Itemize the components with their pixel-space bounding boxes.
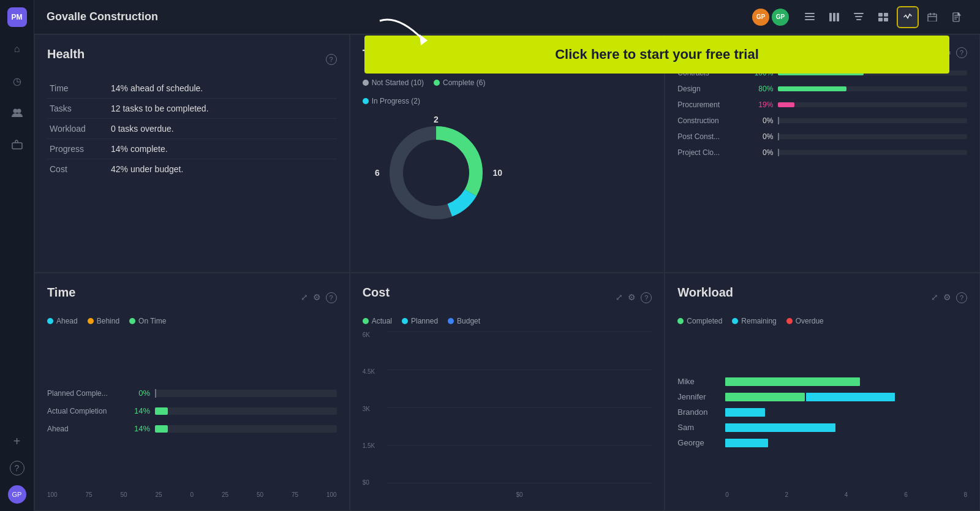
health-row: Tasks12 tasks to be completed. xyxy=(47,99,337,119)
avatar-1[interactable]: GP xyxy=(752,9,769,26)
tasks-legend-item: Not Started (10) xyxy=(363,78,424,87)
time-row-label: Actual Completion xyxy=(47,407,121,415)
wl-bars xyxy=(725,423,967,432)
svg-rect-6 xyxy=(829,13,832,21)
svg-rect-14 xyxy=(878,18,883,21)
health-help-icon[interactable]: ? xyxy=(326,54,337,65)
avatar-2[interactable]: GP xyxy=(772,9,789,26)
task-progress-bar-fill xyxy=(778,102,794,107)
task-progress-pct: 0% xyxy=(750,148,773,157)
health-row: Cost42% under budget. xyxy=(47,159,337,180)
toolbar xyxy=(799,6,968,28)
main-content: Govalle Construction GP GP xyxy=(34,0,980,511)
free-trial-banner[interactable]: Click here to start your free trial xyxy=(364,36,949,74)
sidebar-help[interactable]: ? xyxy=(10,461,24,475)
wl-axis-label: 0 xyxy=(725,491,729,498)
donut-label-top: 2 xyxy=(434,115,439,124)
donut-label-left: 6 xyxy=(375,168,380,178)
workload-expand-icon[interactable]: ⤢ xyxy=(931,292,938,303)
task-progress-row: Construction 0% xyxy=(677,116,967,125)
sidebar-item-home[interactable]: ⌂ xyxy=(7,39,27,59)
cost-help-icon[interactable]: ? xyxy=(641,292,652,303)
cost-y-label: $0 xyxy=(363,479,375,486)
header-avatars: GP GP xyxy=(752,9,789,26)
tasks-legend-item: In Progress (2) xyxy=(363,97,420,105)
time-legend-label: Behind xyxy=(97,317,119,325)
list-view-btn[interactable] xyxy=(799,6,821,28)
task-progress-row: Design 80% xyxy=(677,85,967,93)
wl-bars xyxy=(725,377,967,386)
time-axis-label: 25 xyxy=(156,491,162,498)
time-legend-item: Behind xyxy=(88,317,119,325)
task-progress-row: Post Const... 0% xyxy=(677,132,967,141)
app-logo[interactable]: PM xyxy=(7,7,27,27)
task-bar-tick xyxy=(778,117,779,124)
sidebar-item-briefcase[interactable] xyxy=(7,135,27,154)
tasks-donut: 2 6 10 xyxy=(381,118,491,228)
cost-x-label: $0 xyxy=(516,491,522,498)
task-progress-bar-container xyxy=(778,102,967,107)
cost-gear-icon[interactable]: ⚙ xyxy=(628,292,636,303)
task-progress-label: Design xyxy=(677,85,745,93)
wl-legend-label: Completed xyxy=(687,317,722,325)
table-view-btn[interactable] xyxy=(872,6,894,28)
tasks-panel-help[interactable]: ? xyxy=(956,47,967,58)
time-chart: Planned Comple... 0% Actual Completion 1… xyxy=(47,335,337,486)
wl-bar-remaining xyxy=(806,393,895,401)
wl-bars xyxy=(725,439,967,447)
task-progress-label: Project Clo... xyxy=(677,148,745,157)
wl-bar-remaining xyxy=(725,408,765,417)
health-label: Progress xyxy=(47,139,108,159)
workload-help-icon[interactable]: ? xyxy=(956,292,967,303)
time-expand-icon[interactable]: ⤢ xyxy=(301,292,308,303)
workload-icons: ⤢ ⚙ ? xyxy=(931,292,967,303)
health-value: 14% complete. xyxy=(108,139,337,159)
svg-rect-3 xyxy=(805,13,815,14)
task-bar-tick xyxy=(778,133,779,140)
wl-legend-item: Completed xyxy=(677,317,722,325)
cost-legend-item: Actual xyxy=(363,317,392,325)
sidebar-add[interactable]: + xyxy=(7,431,27,451)
time-axis-label: 75 xyxy=(86,491,92,498)
task-progress-pct: 19% xyxy=(750,100,773,109)
health-label: Workload xyxy=(47,119,108,139)
dashboard: Health ? Time14% ahead of schedule.Tasks… xyxy=(34,34,980,511)
sidebar-item-team[interactable] xyxy=(7,103,27,123)
time-row-label: Ahead xyxy=(47,425,121,433)
doc-view-btn[interactable] xyxy=(946,6,968,28)
time-gear-icon[interactable]: ⚙ xyxy=(313,292,321,303)
time-row-pct: 0% xyxy=(126,388,150,398)
align-view-btn[interactable] xyxy=(848,6,870,28)
svg-rect-4 xyxy=(805,16,815,17)
cost-legend-label: Budget xyxy=(457,317,480,325)
time-legend-dot xyxy=(129,318,135,324)
svg-rect-12 xyxy=(878,13,883,17)
calendar-view-btn[interactable] xyxy=(921,6,943,28)
cost-y-label: 6K xyxy=(363,331,375,338)
svg-rect-8 xyxy=(837,13,839,21)
wl-legend-dot xyxy=(677,318,684,324)
workload-axis: 02468 xyxy=(677,491,967,498)
workload-gear-icon[interactable]: ⚙ xyxy=(943,292,951,303)
sidebar-item-clock[interactable]: ◷ xyxy=(7,71,27,91)
columns-view-btn[interactable] xyxy=(823,6,845,28)
cost-y-label: 1.5K xyxy=(363,442,375,449)
workload-legend: CompletedRemainingOverdue xyxy=(677,317,967,325)
user-avatar[interactable]: GP xyxy=(8,485,26,504)
tasks-legend: Not Started (10)Complete (6)In Progress … xyxy=(363,78,510,105)
tasks-progress xyxy=(517,47,652,260)
wl-name: Sam xyxy=(677,423,720,432)
cost-title: Cost xyxy=(363,286,390,300)
wl-axis-label: 6 xyxy=(904,491,908,498)
task-progress-pct: 80% xyxy=(750,85,773,93)
wl-row: Mike xyxy=(677,377,967,386)
chart-view-btn[interactable] xyxy=(897,6,919,28)
cost-legend-dot xyxy=(448,318,454,324)
wl-bars xyxy=(725,393,967,401)
tasks-left: Tasks ? Not Started (10)Complete (6)In P… xyxy=(363,47,510,260)
wl-row: Sam xyxy=(677,423,967,432)
wl-legend-item: Overdue xyxy=(786,317,824,325)
time-row: Ahead 14% xyxy=(47,424,337,433)
time-help-icon[interactable]: ? xyxy=(326,292,337,303)
cost-expand-icon[interactable]: ⤢ xyxy=(616,292,623,303)
